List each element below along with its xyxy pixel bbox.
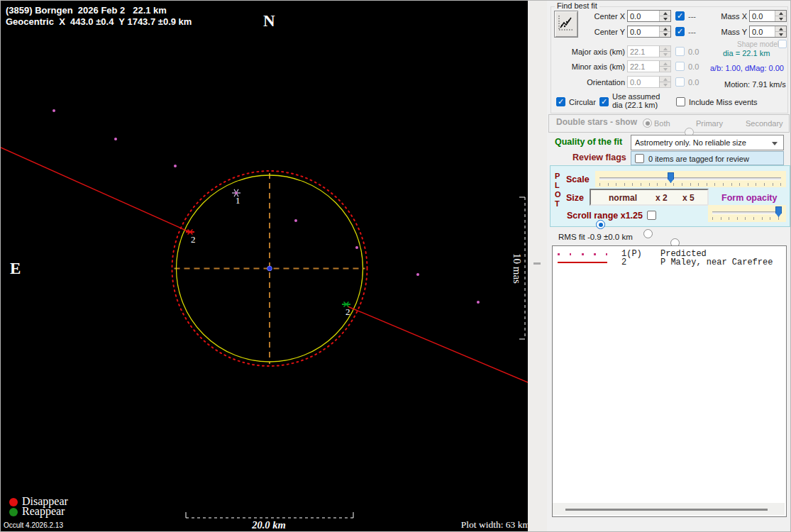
spin-up-icon[interactable]	[660, 26, 670, 31]
include-miss-checkbox[interactable]	[676, 97, 685, 106]
diameter-label: dia = 22.1 km	[723, 49, 770, 57]
spin-down-icon[interactable]	[775, 16, 786, 21]
size-x5-label: x 5	[682, 193, 695, 203]
scroll-range-label: Scroll range x1.25	[567, 211, 643, 221]
double-stars-both-label: Both	[654, 119, 670, 128]
orientation-err-label: 0.0	[688, 78, 699, 87]
scroll-range-checkbox[interactable]	[647, 211, 656, 220]
spin-up-icon[interactable]	[775, 26, 786, 31]
major-axis-err-checkbox	[675, 47, 685, 56]
spin-down-icon[interactable]	[660, 16, 670, 21]
disappear-dot-icon	[9, 498, 18, 506]
star-number-label: 1	[236, 195, 240, 206]
plot-letter-o: O	[555, 190, 561, 199]
form-opacity-slider[interactable]	[708, 205, 786, 222]
minor-axis-label: Minor axis (km)	[565, 62, 625, 71]
center-x-label: Center X	[582, 12, 625, 21]
use-assumed-checkbox[interactable]	[599, 97, 609, 106]
mass-x-spinner[interactable]: 0.0	[749, 10, 787, 22]
double-stars-primary-label: Primary	[696, 119, 723, 128]
review-flags-box: 0 items are tagged for review	[631, 151, 784, 165]
minor-axis-err-checkbox	[675, 62, 685, 71]
use-assumed-label-2: dia (22.1 km)	[612, 101, 658, 109]
shape-model-checkbox	[778, 40, 787, 48]
observed-line-swatch	[558, 262, 607, 263]
find-best-fit-title: Find best fit	[555, 1, 599, 10]
size-label: Size	[566, 193, 584, 203]
observations-listbox[interactable]: 1(P) Predicted 2 P Maley, near Carefree	[552, 245, 787, 517]
spin-down-icon	[660, 66, 670, 72]
north-label: N	[263, 12, 275, 31]
fit-chart-icon	[557, 14, 574, 33]
spin-down-icon[interactable]	[660, 31, 670, 37]
include-miss-label: Include Miss events	[689, 98, 758, 106]
observation-name[interactable]: P Maley, near Carefree	[660, 257, 773, 267]
center-x-spinner[interactable]: 0.0	[627, 10, 671, 22]
size-x2-radio[interactable]	[643, 229, 653, 238]
spin-up-icon[interactable]	[660, 11, 670, 16]
minor-axis-err-label: 0.0	[688, 62, 699, 71]
axis-ratio-label: a/b: 1.00, dMag: 0.00	[710, 64, 784, 72]
review-flags-checkbox[interactable]	[635, 154, 644, 163]
plot-letter-p: P	[555, 172, 560, 180]
mass-y-spinner[interactable]: 0.0	[749, 26, 787, 38]
plot-letter-l: L	[555, 181, 560, 189]
east-label: E	[10, 260, 21, 278]
reappear-chord-label: 2	[345, 306, 350, 318]
center-x-fixed-label: ---	[688, 12, 696, 21]
spin-up-icon	[660, 77, 670, 82]
center-y-fixed-label: ---	[688, 28, 696, 36]
mass-y-label: Mass Y	[712, 28, 747, 36]
run-fit-button[interactable]	[554, 11, 578, 38]
scale-label: Scale	[566, 174, 590, 184]
km-scalebar-label: 20.0 km	[233, 519, 304, 531]
review-flags-label: Review flags	[572, 153, 626, 162]
size-normal-label: normal	[609, 193, 637, 203]
size-normal-radio[interactable]	[596, 220, 605, 229]
chevron-down-icon	[772, 142, 778, 145]
orientation-spinner: 0.0	[627, 76, 671, 88]
double-stars-both-radio	[643, 118, 652, 128]
scale-slider-thumb[interactable]	[668, 172, 674, 183]
plot-width-label: Plot width: 63 km	[457, 519, 530, 531]
legend-reappear: Reappear	[22, 505, 65, 518]
form-opacity-label: Form opacity	[721, 193, 778, 203]
scrollbar-thumb[interactable]	[565, 509, 768, 511]
center-x-lock-checkbox[interactable]	[675, 11, 685, 21]
double-stars-secondary-label: Secondary	[746, 119, 783, 128]
minor-axis-spinner: 22.1	[627, 60, 671, 72]
shape-model-label: Shape model	[737, 40, 779, 48]
circular-checkbox[interactable]	[556, 97, 565, 106]
spin-up-icon[interactable]	[775, 11, 786, 16]
spin-down-icon[interactable]	[775, 31, 786, 37]
spin-down-icon	[660, 82, 670, 87]
double-stars-title: Double stars - show	[556, 117, 637, 127]
reappear-dot-icon	[9, 508, 18, 516]
splitter-handle[interactable]	[533, 262, 541, 265]
scale-slider[interactable]	[595, 171, 786, 187]
center-y-label: Center Y	[582, 28, 625, 36]
major-axis-label: Major axis (km)	[565, 48, 625, 56]
observation-number[interactable]: 2	[621, 257, 626, 267]
version-label: Occult 4.2026.2.13	[4, 521, 63, 529]
list-horizontal-scrollbar[interactable]	[553, 503, 785, 515]
motion-label: Motion: 7.91 km/s	[724, 80, 786, 89]
form-opacity-slider-thumb[interactable]	[775, 206, 782, 217]
occultation-plot-canvas[interactable]	[1, 1, 528, 532]
plot-title-line1: (3859) Borngen 2026 Feb 2 22.1 km	[6, 5, 167, 16]
review-flags-text: 0 items are tagged for review	[648, 155, 749, 163]
size-x2-label: x 2	[656, 193, 668, 203]
occultation-plot[interactable]: (3859) Borngen 2026 Feb 2 22.1 km Geocen…	[1, 1, 528, 532]
mas-scalebar-label: 10 mas	[511, 248, 523, 290]
predicted-line-swatch	[558, 253, 607, 255]
splitter-strip[interactable]	[528, 1, 547, 532]
major-axis-spinner: 22.1	[627, 45, 671, 57]
quality-combobox[interactable]: Astrometry only. No reliable size	[631, 135, 784, 150]
occult-window: (3859) Borngen 2026 Feb 2 22.1 km Geocen…	[0, 0, 791, 532]
orientation-err-checkbox	[675, 77, 685, 87]
orientation-label: Orientation	[565, 78, 625, 87]
use-assumed-label-1: Use assumed	[612, 92, 660, 101]
center-y-lock-checkbox[interactable]	[675, 27, 685, 36]
center-y-spinner[interactable]: 0.0	[627, 26, 671, 38]
spin-up-icon	[660, 46, 670, 51]
